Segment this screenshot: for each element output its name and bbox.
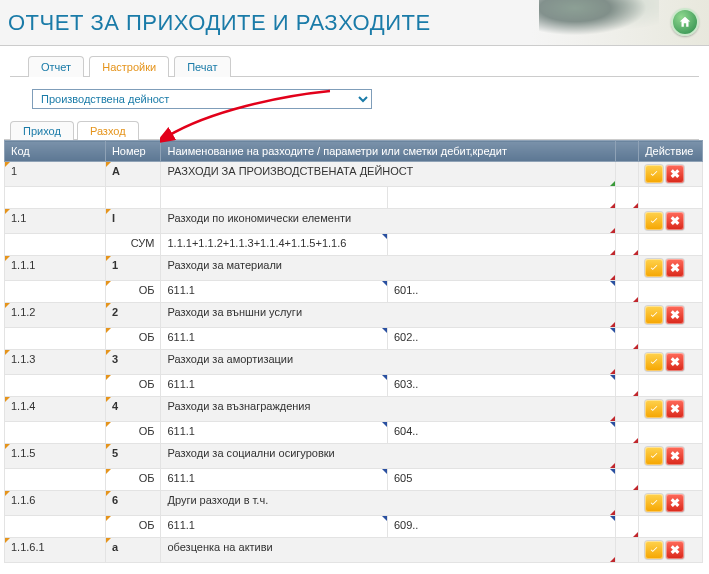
edit-button[interactable]	[645, 353, 663, 371]
cell-param2[interactable]: 601..	[388, 281, 616, 302]
cell-param2[interactable]	[388, 234, 616, 255]
cell-num[interactable]: а	[106, 538, 161, 562]
cell-code[interactable]: 1.1.5	[5, 444, 105, 468]
cell-name[interactable]: Разходи по икономически елементи	[161, 209, 615, 233]
cell-actions: ✖	[639, 491, 702, 515]
cell-code	[5, 375, 105, 396]
cell-actions: ✖	[639, 303, 702, 327]
cell-code[interactable]: 1.1	[5, 209, 105, 233]
cell-subnum[interactable]	[106, 187, 161, 208]
edit-button[interactable]	[645, 165, 663, 183]
cell-param2[interactable]: 603..	[388, 375, 616, 396]
cell-spacer	[616, 303, 638, 327]
cell-subnum[interactable]: ОБ	[106, 422, 161, 443]
cell-param1[interactable]: 611.1	[161, 516, 386, 537]
home-button[interactable]	[671, 8, 699, 36]
delete-button[interactable]: ✖	[666, 212, 684, 230]
cell-spacer	[616, 444, 638, 468]
activity-select[interactable]: Производствена дейност	[32, 89, 372, 109]
cell-param1[interactable]: 611.1	[161, 328, 386, 349]
cell-name[interactable]: обезценка на активи	[161, 538, 615, 562]
cell-num[interactable]: 4	[106, 397, 161, 421]
cell-param1[interactable]	[161, 187, 386, 208]
delete-button[interactable]: ✖	[666, 494, 684, 512]
delete-button[interactable]: ✖	[666, 259, 684, 277]
tab-print[interactable]: Печат	[174, 56, 230, 77]
table-row: 1.1.11Разходи за материали✖	[5, 256, 703, 281]
cell-num[interactable]: 2	[106, 303, 161, 327]
cell-subnum[interactable]: ОБ	[106, 375, 161, 396]
cell-subnum[interactable]: ОБ	[106, 469, 161, 490]
main-tabs: Отчет Настройки Печат	[28, 56, 709, 77]
cell-param2[interactable]: 609..	[388, 516, 616, 537]
tab-report[interactable]: Отчет	[28, 56, 84, 77]
cell-name[interactable]: Разходи за материали	[161, 256, 615, 280]
delete-button[interactable]: ✖	[666, 306, 684, 324]
header-decoration	[539, 0, 659, 40]
table-subrow: ОБ611.1601..	[5, 281, 703, 303]
cell-spacer	[616, 162, 638, 186]
cell-name[interactable]: Други разходи в т.ч.	[161, 491, 615, 515]
cell-param1[interactable]: 611.1	[161, 281, 386, 302]
cell-param2[interactable]	[388, 187, 616, 208]
subtab-income[interactable]: Приход	[10, 121, 74, 140]
delete-button[interactable]: ✖	[666, 165, 684, 183]
edit-button[interactable]	[645, 259, 663, 277]
delete-button[interactable]: ✖	[666, 400, 684, 418]
cell-num[interactable]: 6	[106, 491, 161, 515]
cell-spacer	[616, 256, 638, 280]
cell-param2[interactable]: 602..	[388, 328, 616, 349]
cell-num[interactable]: 1	[106, 256, 161, 280]
cell-param2[interactable]: 604..	[388, 422, 616, 443]
cell-param1[interactable]: 611.1	[161, 422, 386, 443]
tab-settings[interactable]: Настройки	[89, 56, 169, 77]
th-spacer	[616, 141, 639, 162]
cell-num[interactable]: 3	[106, 350, 161, 374]
delete-button[interactable]: ✖	[666, 447, 684, 465]
cell-code[interactable]: 1.1.3	[5, 350, 105, 374]
cell-spacer	[616, 397, 638, 421]
table-subrow: ОБ611.1602..	[5, 328, 703, 350]
cell-code	[5, 281, 105, 302]
cell-name[interactable]: Разходи за амортизации	[161, 350, 615, 374]
th-name: Наименование на разходите / параметри ил…	[161, 141, 616, 162]
edit-button[interactable]	[645, 306, 663, 324]
cell-num[interactable]: I	[106, 209, 161, 233]
edit-button[interactable]	[645, 447, 663, 465]
cell-name[interactable]: РАЗХОДИ ЗА ПРОИЗВОДСТВЕНАТА ДЕЙНОСТ	[161, 162, 615, 186]
cell-param1[interactable]: 611.1	[161, 375, 386, 396]
cell-actions	[639, 375, 702, 396]
cell-param1[interactable]: 611.1	[161, 469, 386, 490]
cell-code[interactable]: 1.1.4	[5, 397, 105, 421]
edit-button[interactable]	[645, 400, 663, 418]
cell-spacer	[616, 469, 638, 490]
cell-actions: ✖	[639, 397, 702, 421]
cell-name[interactable]: Разходи за външни услуги	[161, 303, 615, 327]
cell-subnum[interactable]: ОБ	[106, 328, 161, 349]
cell-code[interactable]: 1.1.1	[5, 256, 105, 280]
cell-param1[interactable]: 1.1.1+1.1.2+1.1.3+1.1.4+1.1.5+1.1.6	[161, 234, 386, 255]
subtab-expense[interactable]: Разход	[77, 121, 139, 140]
th-action: Действие	[639, 141, 703, 162]
cell-subnum[interactable]: ОБ	[106, 281, 161, 302]
cell-code[interactable]: 1.1.6	[5, 491, 105, 515]
cell-code	[5, 234, 105, 255]
cell-param2[interactable]: 605	[388, 469, 616, 490]
edit-button[interactable]	[645, 212, 663, 230]
cell-subnum[interactable]: ОБ	[106, 516, 161, 537]
edit-button[interactable]	[645, 494, 663, 512]
cell-code[interactable]: 1.1.6.1	[5, 538, 105, 562]
cell-actions: ✖	[639, 538, 702, 562]
cell-spacer	[616, 234, 638, 255]
cell-num[interactable]: А	[106, 162, 161, 186]
cell-code[interactable]: 1	[5, 162, 105, 186]
cell-num[interactable]: 5	[106, 444, 161, 468]
cell-code[interactable]: 1.1.2	[5, 303, 105, 327]
cell-actions	[639, 516, 702, 537]
delete-button[interactable]: ✖	[666, 541, 684, 559]
cell-name[interactable]: Разходи за социални осигуровки	[161, 444, 615, 468]
cell-name[interactable]: Разходи за възнаграждения	[161, 397, 615, 421]
delete-button[interactable]: ✖	[666, 353, 684, 371]
cell-subnum[interactable]: СУМ	[106, 234, 161, 255]
edit-button[interactable]	[645, 541, 663, 559]
